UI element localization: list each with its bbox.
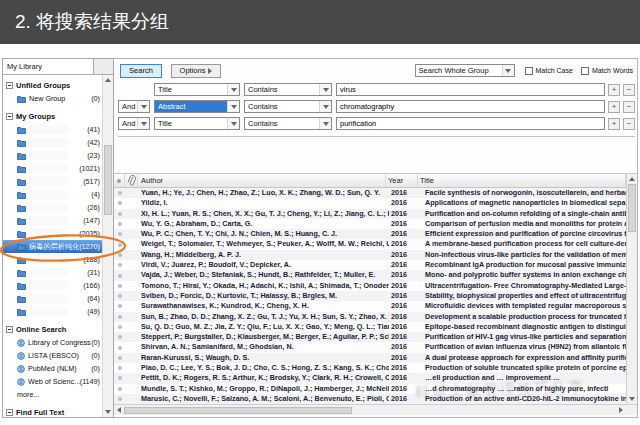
table-row[interactable]: Raran-Kurussi, S.; Waugh, D. S.2016A dua… — [114, 353, 626, 363]
title-cell: Recombinant IgA production for mucosal p… — [423, 260, 626, 270]
boolean-select[interactable]: And — [118, 100, 150, 113]
operator-select[interactable]: Contains — [244, 83, 332, 96]
table-row[interactable]: Xi, H. L.; Yuan, R. S.; Chen, X. X.; Gu,… — [114, 209, 626, 219]
sidebar-section-unfiled-groups[interactable]: Unfiled Groups — [3, 79, 102, 92]
table-row[interactable]: Piao, D. C.; Lee, Y. S.; Bok, J. D.; Cho… — [114, 363, 626, 373]
match-case-checkbox[interactable] — [525, 67, 533, 75]
table-row[interactable]: Sun, B.; Zhao, D. D.; Zhang, X. Z.; Gu, … — [114, 312, 626, 322]
field-select[interactable]: Title — [154, 117, 240, 130]
table-row[interactable]: Virdi, V.; Juarez, P.; Boudolf, V.; Depi… — [114, 260, 626, 270]
sidebar-group-item[interactable]: (49) — [3, 305, 102, 318]
sidebar-group-item[interactable]: (64) — [3, 292, 102, 305]
collapse-icon[interactable] — [6, 82, 13, 89]
scroll-up-icon[interactable] — [627, 174, 637, 184]
table-row[interactable]: Weigel, T.; Solomaier, T.; Wehmeyer, S.;… — [114, 239, 626, 249]
table-row[interactable]: Tomono, T.; Hirai, Y.; Okada, H.; Adachi… — [114, 281, 626, 291]
sidebar-group-item[interactable]: (41) — [3, 123, 102, 136]
sidebar-group-item[interactable]: (1021) — [3, 162, 102, 175]
sidebar-online-item[interactable]: PubMed (NLM)(0) — [3, 362, 102, 375]
operator-select[interactable]: Contains — [244, 117, 332, 130]
table-row[interactable]: Mundle, S. T.; Kishko, M.; Groppo, R.; D… — [114, 384, 626, 394]
scroll-down-icon[interactable] — [103, 407, 113, 417]
table-vertical-scrollbar[interactable] — [626, 173, 637, 404]
table-row[interactable]: Pettit, D. K.; Rogers, R. S.; Arthur, K.… — [114, 373, 626, 383]
table-row[interactable]: Vajda, J.; Weber, D.; Stefaniak, S.; Hun… — [114, 270, 626, 280]
sidebar-group-item[interactable]: (4) — [3, 188, 102, 201]
sidebar-group-item[interactable]: (2035) — [3, 227, 102, 240]
group-label — [29, 191, 67, 198]
sidebar-group-item[interactable]: (166) — [3, 279, 102, 292]
scroll-left-icon[interactable] — [114, 405, 124, 415]
table-row[interactable]: Su, Q. D.; Guo, M. Z.; Jia, Z. Y.; Qiu, … — [114, 322, 626, 332]
read-status-column-header[interactable] — [114, 174, 125, 187]
title-column-header[interactable]: Title — [418, 174, 626, 187]
attachment-column-header[interactable] — [125, 174, 138, 187]
sidebar-group-item[interactable]: (147) — [3, 214, 102, 227]
sidebar-group-item[interactable]: (31) — [3, 266, 102, 279]
folder-icon — [17, 217, 26, 225]
author-cell: Piao, D. C.; Lee, Y. S.; Bok, J. D.; Cho… — [138, 363, 389, 373]
unread-dot-icon — [114, 270, 125, 280]
sidebar-online-item[interactable]: Library of Congress(0) — [3, 336, 102, 349]
options-button[interactable]: Options — [171, 64, 221, 78]
sidebar-section-online-search[interactable]: Online Search — [3, 323, 102, 336]
table-row[interactable]: Yuan, H.; Ye, J.; Chen, H.; Zhao, Z.; Lu… — [114, 188, 626, 198]
table-row[interactable]: Yildiz, I.2016Applications of magnetic n… — [114, 198, 626, 208]
scroll-down-icon[interactable] — [627, 394, 637, 404]
sidebar-more-link[interactable]: more... — [3, 388, 102, 401]
add-row-button[interactable]: + — [608, 84, 620, 96]
sidebar-online-item[interactable]: LISTA (EBSCO)(0) — [3, 349, 102, 362]
sidebar-group-item[interactable]: (26) — [3, 201, 102, 214]
search-button[interactable]: Search — [120, 64, 162, 78]
title-cell: Comparison of perfusion media and monoli… — [423, 219, 626, 229]
author-column-header[interactable]: Author — [138, 174, 386, 187]
field-select[interactable]: Title — [154, 83, 240, 96]
remove-row-button[interactable]: − — [623, 101, 635, 113]
year-column-header[interactable]: Year — [386, 174, 418, 187]
sidebar-section-my-groups[interactable]: My Groups — [3, 110, 102, 123]
sidebar-online-item[interactable]: Web of Scienc...(1149) — [3, 375, 102, 388]
group-count: (64) — [87, 294, 100, 303]
boolean-select[interactable]: And — [118, 117, 150, 130]
scrollbar-thumb[interactable] — [104, 145, 112, 215]
add-row-button[interactable]: + — [608, 101, 620, 113]
table-horizontal-scrollbar[interactable] — [114, 404, 637, 415]
table-row[interactable]: Wang, H.; Middelberg, A. P. J.2016Non-in… — [114, 250, 626, 260]
table-row[interactable]: Marusic, C.; Novelli, F.; Salzano, A. M.… — [114, 394, 626, 404]
scrollbar-thumb[interactable] — [628, 184, 636, 232]
collapse-icon[interactable] — [6, 409, 13, 416]
attachment-cell — [125, 250, 138, 260]
sidebar-group-item[interactable]: 病毒的层析纯化(1270) — [3, 240, 102, 253]
search-scope-select[interactable]: Search Whole Group — [415, 64, 515, 77]
table-row[interactable]: Sviben, D.; Forcic, D.; Kurtovic, T.; Ha… — [114, 291, 626, 301]
table-row[interactable]: Shirvan, A. N.; Samianifard, M.; Ghodsia… — [114, 342, 626, 352]
sidebar-group-item[interactable]: (188) — [3, 253, 102, 266]
match-words-checkbox[interactable] — [581, 67, 589, 75]
table-row[interactable]: Steppert, P.; Burgstaller, D.; Klausberg… — [114, 332, 626, 342]
table-row[interactable]: Surawathanawises, K.; Kundrod, K.; Cheng… — [114, 301, 626, 311]
tab-my-library[interactable]: My Library — [3, 59, 94, 74]
search-term-input[interactable]: virus — [336, 83, 605, 96]
collapse-icon[interactable] — [6, 113, 13, 120]
sidebar-group-item[interactable]: (23) — [3, 149, 102, 162]
add-row-button[interactable]: + — [608, 118, 620, 130]
table-row[interactable]: Wu, Y. G.; Abraham, D.; Carta, G.2016Com… — [114, 219, 626, 229]
sidebar-group-item[interactable]: (517) — [3, 175, 102, 188]
sidebar-section-find-full-text[interactable]: Find Full Text — [3, 406, 102, 417]
scroll-right-icon[interactable] — [616, 405, 626, 415]
field-select[interactable]: Abstract — [154, 100, 240, 113]
remove-row-button[interactable]: − — [623, 84, 635, 96]
collapse-icon[interactable] — [6, 326, 13, 333]
table-row[interactable]: Wu, P. C.; Chen, T. Y.; Chi, J. N.; Chie… — [114, 229, 626, 239]
remove-row-button[interactable]: − — [623, 118, 635, 130]
globe-icon — [17, 352, 25, 360]
sidebar-group-item[interactable]: New Group(0) — [3, 92, 102, 105]
scrollbar-thumb[interactable] — [124, 407, 352, 414]
search-term-input[interactable]: purification — [336, 117, 605, 130]
sidebar-group-item[interactable]: (42) — [3, 136, 102, 149]
scroll-up-icon[interactable] — [103, 75, 113, 85]
operator-select[interactable]: Contains — [244, 100, 332, 113]
search-term-input[interactable]: chromatography — [336, 100, 605, 113]
folder-icon — [17, 126, 26, 134]
sidebar-scrollbar[interactable] — [102, 75, 113, 417]
